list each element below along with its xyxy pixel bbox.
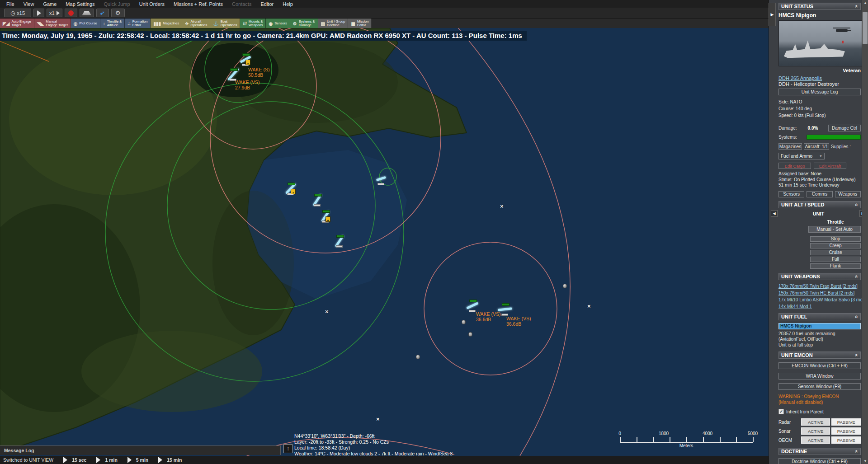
magazines-button[interactable]: Magazines — [778, 143, 802, 150]
sensors-button[interactable]: Sensors — [778, 191, 804, 197]
reference-point-cross[interactable]: × — [587, 303, 591, 309]
emcon-sonar-active-button[interactable]: ACTIVE — [801, 427, 830, 435]
engage-auto-icon: ◤◢ — [3, 21, 9, 26]
time-step-15-sec[interactable]: 15 sec — [72, 457, 86, 463]
play-step-icon[interactable] — [63, 457, 67, 463]
manual-set-auto-button[interactable]: Manual - Set Auto — [808, 226, 861, 233]
toolbar-auto-engage-target[interactable]: ◤◢Auto EngageTarget — [0, 19, 34, 28]
unit-weapons-header[interactable]: UNIT WEAPONS« — [778, 273, 861, 280]
aircraft-button[interactable]: Aircraft: 1/1 — [804, 143, 829, 150]
flag-mark — [842, 41, 844, 43]
emcon-radar-passive-button[interactable]: PASSIVE — [831, 418, 861, 426]
menu-item-quick-jump: Quick Jump — [99, 1, 135, 7]
toolbar-manual-engage-target[interactable]: ◥◣ManualEngage Target — [34, 19, 71, 28]
supplies-select[interactable]: Fuel and Ammo ▼ — [778, 153, 825, 159]
collapse-chevron-icon: « — [854, 354, 859, 356]
unit-emcon-header[interactable]: UNIT EMCON« — [778, 352, 861, 359]
play-button[interactable] — [33, 9, 44, 17]
sonobuoy-icon[interactable] — [563, 284, 567, 288]
prev-unit-button[interactable]: ◀ — [771, 210, 778, 217]
scrollbar-thumb[interactable] — [863, 12, 868, 44]
toolbar-unit-group-doctrine[interactable]: ▤Unit / GroupDoctrine — [318, 19, 349, 28]
damage-ctrl-button[interactable]: Damage Ctrl — [828, 125, 861, 131]
weapon-link[interactable]: 17x Mk10 Limbo ASW Mortar Salvo [3 rnds] — [778, 297, 861, 302]
emcon-sonar-passive-button[interactable]: PASSIVE — [831, 427, 861, 435]
menu-item-map-settings[interactable]: Map Settings — [61, 1, 99, 7]
time-step-15-min[interactable]: 15 min — [167, 457, 182, 463]
throttle-cruise-button[interactable]: Cruise — [810, 250, 861, 255]
comms-button[interactable]: Comms — [807, 191, 832, 197]
toolbar-throttle--altitude[interactable]: ↕Throttle &Altitude — [100, 19, 125, 28]
unit-fuel-header[interactable]: UNIT FUEL« — [778, 313, 861, 320]
toolbar-mission-editor[interactable]: ▦MissionEditor — [348, 19, 372, 28]
menu-item-game[interactable]: Game — [38, 1, 61, 7]
toolbar-button-label: Plot Course — [80, 22, 97, 25]
sonobuoy-icon[interactable] — [468, 332, 472, 337]
wra-window-button[interactable]: WRA Window — [778, 373, 861, 380]
unit-alt-speed-header[interactable]: UNIT ALT / SPEED« — [778, 201, 861, 208]
toolbar-formation-editor[interactable]: ∴FormationEditor — [125, 19, 151, 28]
toolbar-boat-operations[interactable]: ⚓BoatOperations — [210, 19, 240, 28]
doctrine-window-button[interactable]: Doctrine Window (Ctrl + F9) — [778, 458, 861, 464]
doctrine-header[interactable]: DOCTRINE« — [778, 448, 861, 455]
menu-item-missions-ref-points[interactable]: Missions + Ref. Points — [169, 1, 227, 7]
play-step-icon[interactable] — [96, 457, 100, 463]
reference-point-cross[interactable]: × — [325, 308, 329, 315]
play-step-icon[interactable] — [127, 457, 132, 463]
play-step-icon[interactable] — [158, 457, 162, 463]
toolbar-aircraft-operations[interactable]: ✈AircraftOperations — [182, 19, 210, 28]
menu-item-file[interactable]: File — [2, 1, 19, 7]
throttle-full-button[interactable]: Full — [810, 257, 861, 262]
weapon-link[interactable]: 170x 76mm/50 Twin Frag Burst [2 rnds] — [778, 284, 861, 289]
sonobuoy-icon[interactable] — [462, 320, 466, 324]
unit-status-header[interactable]: UNIT STATUS« — [778, 3, 861, 10]
contact-name-tag — [288, 183, 295, 185]
menu-item-help[interactable]: Help — [278, 1, 297, 7]
reference-point-cross[interactable]: × — [376, 416, 380, 422]
unit-message-log-button[interactable]: Unit Message Log — [778, 89, 861, 95]
record-button[interactable] — [65, 9, 77, 17]
settings-button[interactable]: ⚙ — [111, 9, 125, 17]
weapon-link[interactable]: 150x 76mm/50 Twin HE Burst [2 rnds] — [778, 291, 861, 295]
helicopter-silhouette — [836, 29, 848, 32]
weapon-link[interactable]: 14x Mk44 Mod 1 — [778, 304, 861, 309]
inherit-checkbox[interactable]: ✓ — [778, 409, 784, 414]
toolbar-magazines[interactable]: ▮▮▮Magazines — [151, 19, 182, 28]
toolbar-mounts--weapons[interactable]: ///Mounts &Weapons — [240, 19, 266, 28]
emcon-window-button[interactable]: EMCON Window (Ctrl + F9) — [778, 362, 861, 369]
expand-info-icon[interactable]: ↑ — [283, 444, 292, 453]
jump-to-location-button[interactable]: ➹ — [96, 9, 109, 17]
menu-item-editor[interactable]: Editor — [256, 1, 278, 7]
emcon-oecm-active-button[interactable]: ACTIVE — [801, 436, 830, 444]
time-compression-button[interactable]: ◷ x15 — [4, 9, 31, 17]
scroll-down-icon[interactable]: ▼ — [862, 459, 868, 463]
toolbar-systems--damage[interactable]: ⚙Systems &Damage — [290, 19, 318, 28]
edit-aircraft-button[interactable]: Edit Aircraft — [814, 163, 846, 169]
scroll-up-icon[interactable]: ▲ — [862, 1, 868, 5]
fuel-selected-unit[interactable]: HMCS Nipigon — [778, 323, 861, 329]
time-step-1-min[interactable]: 1 min — [105, 457, 117, 463]
map-viewport[interactable]: Time: Monday, July 19, 1965 - Zulu: 22:5… — [0, 28, 769, 456]
emcon-radar-active-button[interactable]: ACTIVE — [801, 418, 830, 426]
throttle-stop-button[interactable]: Stop — [810, 236, 861, 242]
recorder-view-button[interactable] — [80, 9, 94, 17]
panel-scrollbar[interactable]: ▲ ▼ — [862, 0, 868, 464]
emcon-oecm-passive-button[interactable]: PASSIVE — [831, 436, 861, 444]
sensors-window-button[interactable]: Sensors Window (F9) — [778, 383, 861, 390]
weapons-button[interactable]: Weapons — [835, 191, 861, 197]
edit-cargo-button[interactable]: Edit Cargo — [778, 163, 811, 169]
menu-item-view[interactable]: View — [19, 1, 39, 7]
sonobuoy-icon[interactable] — [416, 355, 420, 359]
panel-collapse-button[interactable]: ▶ — [769, 3, 776, 26]
throttle-creep-button[interactable]: Creep — [810, 243, 861, 248]
throttle-flank-button[interactable]: Flank — [810, 263, 861, 269]
message-log-bar[interactable]: Message Log — [0, 445, 281, 455]
step-button[interactable]: x1 — [47, 9, 62, 17]
time-step-5-min[interactable]: 5 min — [136, 457, 148, 463]
unit-name: HMCS Nipigon — [778, 12, 861, 19]
unit-class-link[interactable]: DDH 265 Annapolis — [778, 75, 861, 81]
menu-item-unit-orders[interactable]: Unit Orders — [135, 1, 169, 7]
reference-point-cross[interactable]: × — [500, 203, 504, 210]
toolbar-plot-course[interactable]: ◎Plot Course — [71, 19, 100, 28]
toolbar-sensors[interactable]: ◉Sensors — [266, 19, 290, 28]
